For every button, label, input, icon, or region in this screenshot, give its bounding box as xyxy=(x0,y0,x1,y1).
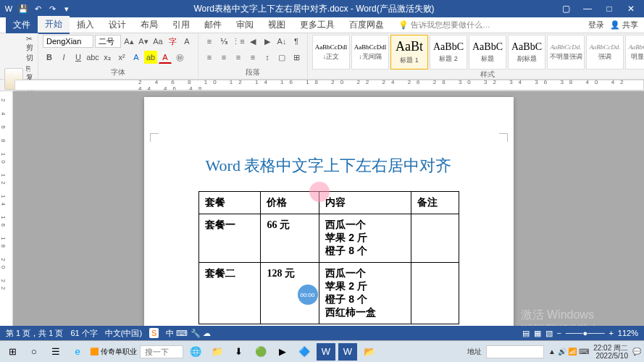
font-color-icon[interactable]: A xyxy=(159,51,172,64)
ribbon-options-icon[interactable]: ▢ xyxy=(556,4,576,14)
minimize-icon[interactable]: — xyxy=(577,4,598,14)
numbering-icon[interactable]: ⅓ xyxy=(217,35,230,48)
font-name-input[interactable] xyxy=(43,35,93,48)
style-item[interactable]: AaBbCcDd.强调 xyxy=(586,35,624,70)
taskbar-app-icon[interactable]: 🟢 xyxy=(251,343,270,361)
tell-me[interactable]: 💡 告诉我您想要做什么… xyxy=(398,20,490,30)
style-item[interactable]: AaBbCcDdl↓正文 xyxy=(312,35,350,70)
zoom-slider[interactable]: ───●─── xyxy=(566,329,604,337)
justify-icon[interactable]: ≡ xyxy=(246,51,259,64)
document-title[interactable]: Word 表格中文字上下左右居中对齐 xyxy=(166,155,492,177)
tab-file[interactable]: 文件 xyxy=(6,17,38,33)
start-icon[interactable]: ⊞ xyxy=(3,343,22,361)
tab-home[interactable]: 开始 xyxy=(38,16,70,34)
tab-references[interactable]: 引用 xyxy=(165,17,197,33)
notification-icon[interactable]: 💬 xyxy=(632,348,641,355)
taskbar-word-icon[interactable]: W xyxy=(317,343,335,361)
tab-view[interactable]: 视图 xyxy=(261,17,293,33)
table-row[interactable]: 套餐一 66 元 西瓜一个苹果 2 斤橙子 8 个 xyxy=(198,214,459,263)
table-cell[interactable]: 西瓜一个苹果 2 斤橙子 8 个 xyxy=(319,214,411,263)
borders-icon[interactable]: ⊞ xyxy=(290,51,303,64)
table-cell[interactable]: 66 元 xyxy=(261,214,319,263)
style-item[interactable]: AaBbC副标题 xyxy=(508,35,545,70)
indent-left-icon[interactable]: ◀ xyxy=(246,35,259,48)
edge-icon[interactable]: e xyxy=(68,343,87,361)
grow-font-icon[interactable]: A▴ xyxy=(122,35,135,48)
share-link[interactable]: 👤 共享 xyxy=(610,20,638,30)
taskbar-app-icon[interactable]: ⬇ xyxy=(230,343,248,361)
shrink-font-icon[interactable]: A▾ xyxy=(137,35,150,48)
tab-layout[interactable]: 布局 xyxy=(133,17,165,33)
line-spacing-icon[interactable]: ↕ xyxy=(261,51,274,64)
tab-baidu[interactable]: 百度网盘 xyxy=(342,17,391,33)
header-cell[interactable]: 价格 xyxy=(261,192,319,214)
table-header-row[interactable]: 套餐 价格 内容 备注 xyxy=(198,192,459,214)
tab-insert[interactable]: 插入 xyxy=(70,17,101,33)
table-cell[interactable] xyxy=(411,214,459,263)
tab-review[interactable]: 审阅 xyxy=(229,17,261,33)
table-cell[interactable] xyxy=(411,263,459,324)
ime-status[interactable]: 中 ⌨ 🔧 ☁ xyxy=(166,328,210,339)
style-item[interactable]: AaBbC标题 2 xyxy=(430,35,467,70)
show-marks-icon[interactable]: ¶ xyxy=(290,35,303,48)
align-right-icon[interactable]: ≡ xyxy=(232,51,245,64)
redo-icon[interactable]: ↷ xyxy=(46,3,58,14)
header-cell[interactable]: 备注 xyxy=(411,192,459,214)
indent-right-icon[interactable]: ▶ xyxy=(261,35,274,48)
login-link[interactable]: 登录 xyxy=(588,20,604,30)
style-item[interactable]: AaBbCcDd.不明显强调 xyxy=(547,35,585,70)
web-layout-icon[interactable]: ▧ xyxy=(545,329,553,338)
page-status[interactable]: 第 1 页，共 1 页 xyxy=(6,328,63,339)
strike-icon[interactable]: abc xyxy=(86,51,99,64)
cut-button[interactable]: ✂ 剪切 xyxy=(26,35,33,63)
phonetic-icon[interactable]: 字 xyxy=(166,35,179,48)
task-view-icon[interactable]: ☰ xyxy=(46,343,65,361)
taskbar-app[interactable]: 🟧 传奇单职业 xyxy=(90,347,137,357)
taskbar-app-icon[interactable]: 🌐 xyxy=(186,343,205,361)
close-icon[interactable]: ✕ xyxy=(621,4,641,14)
highlight-icon[interactable]: ab xyxy=(144,51,157,64)
font-size-input[interactable] xyxy=(95,35,121,48)
table-cell[interactable]: 套餐一 xyxy=(198,214,261,263)
tab-mailings[interactable]: 邮件 xyxy=(197,17,229,33)
taskbar-app-icon[interactable]: 🔷 xyxy=(295,343,314,361)
tray-icons[interactable]: ▲ 🔊 📶 ⌨ xyxy=(548,348,589,355)
enclose-icon[interactable]: ㊙ xyxy=(173,51,186,64)
underline-icon[interactable]: U xyxy=(72,51,85,64)
style-item[interactable]: AaBbC标题 xyxy=(469,35,506,70)
table-cell[interactable]: 西瓜一个苹果 2 斤橙子 8 个西红柿一盒 xyxy=(319,263,411,324)
italic-icon[interactable]: I xyxy=(57,51,70,64)
clear-format-icon[interactable]: A xyxy=(180,35,193,48)
zoom-in-icon[interactable]: + xyxy=(609,329,613,337)
table-row[interactable]: 套餐二 128 元 西瓜一个苹果 2 斤橙子 8 个西红柿一盒 xyxy=(198,263,459,324)
vertical-ruler[interactable]: 2 4 6 8 10 12 14 16 18 20 22 xyxy=(0,91,13,352)
sort-icon[interactable]: A↓ xyxy=(275,35,288,48)
search-input[interactable] xyxy=(140,345,183,358)
taskbar-app-icon[interactable]: ▶ xyxy=(273,343,292,361)
zoom-out-icon[interactable]: − xyxy=(557,329,561,337)
shading-icon[interactable]: ▢ xyxy=(275,51,288,64)
table-cell[interactable]: 套餐二 xyxy=(198,263,261,324)
taskbar-app-icon[interactable]: 📁 xyxy=(208,343,227,361)
sogou-ime-icon[interactable]: S xyxy=(149,328,159,338)
save-icon[interactable]: 💾 xyxy=(17,3,29,14)
align-left-icon[interactable]: ≡ xyxy=(203,51,216,64)
header-cell[interactable]: 内容 xyxy=(319,192,411,214)
qat-dropdown-icon[interactable]: ▾ xyxy=(61,3,72,14)
system-clock[interactable]: 22:02 周二 2022/5/10 xyxy=(593,344,628,360)
address-input[interactable] xyxy=(486,345,544,358)
subscript-icon[interactable]: x₂ xyxy=(101,51,114,64)
cortana-icon[interactable]: ○ xyxy=(25,343,43,361)
bold-icon[interactable]: B xyxy=(43,51,56,64)
header-cell[interactable]: 套餐 xyxy=(198,192,261,214)
bullets-icon[interactable]: ≡ xyxy=(203,35,216,48)
zoom-level[interactable]: 112% xyxy=(618,329,638,337)
text-effect-icon[interactable]: A xyxy=(130,51,143,64)
maximize-icon[interactable]: □ xyxy=(599,4,619,14)
tab-more[interactable]: 更多工具 xyxy=(293,17,342,33)
print-layout-icon[interactable]: ▦ xyxy=(534,329,541,338)
document-table[interactable]: 套餐 价格 内容 备注 套餐一 66 元 西瓜一个苹果 2 斤橙子 8 个 套餐… xyxy=(198,191,459,324)
horizontal-ruler[interactable]: 2 4 6 8 10 12 14 16 18 20 22 24 26 28 30… xyxy=(14,80,644,90)
style-item[interactable]: AaBt标题 1 xyxy=(390,35,428,70)
superscript-icon[interactable]: x² xyxy=(115,51,128,64)
